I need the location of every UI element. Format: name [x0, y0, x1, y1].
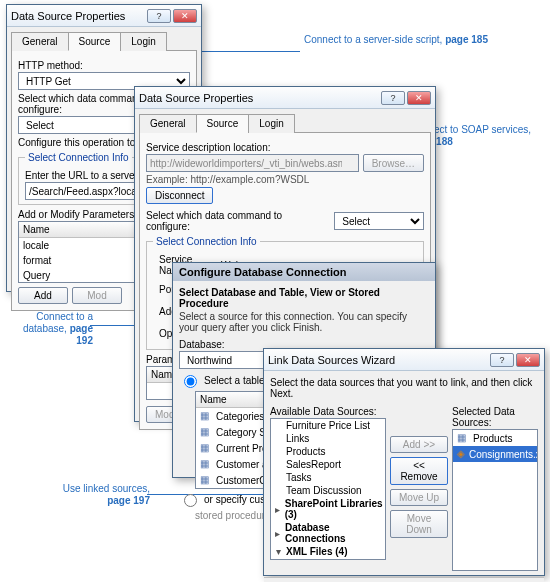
annotation-server-side: Connect to a server-side script, page 18…	[304, 33, 488, 45]
browse-button: Browse…	[363, 154, 424, 172]
tree-item[interactable]: Tasks	[271, 471, 385, 484]
radio-custom[interactable]	[184, 494, 197, 507]
tree-group[interactable]: ▾XML Files (4)	[271, 545, 385, 558]
http-method-label: HTTP method:	[18, 60, 190, 71]
annotation-database: Connect to a database, page 192	[13, 310, 93, 346]
add-button[interactable]: Add	[18, 287, 68, 304]
selected-item[interactable]: Products	[453, 430, 537, 446]
add-button: Add >>	[390, 436, 448, 453]
tree-item[interactable]: Team Discussion	[271, 484, 385, 497]
svc-loc-input	[146, 154, 359, 172]
tab-login[interactable]: Login	[248, 114, 294, 133]
tree-item[interactable]: SalesReport	[271, 458, 385, 471]
close-button[interactable]: ✕	[173, 9, 197, 23]
help-button[interactable]: ?	[490, 353, 514, 367]
help-button[interactable]: ?	[147, 9, 171, 23]
tree-group[interactable]: ▸Database Connections	[271, 521, 385, 545]
subtext: Select a source for this connection. You…	[179, 311, 429, 333]
tab-source[interactable]: Source	[196, 114, 250, 133]
svc-loc-label: Service description location:	[146, 142, 424, 153]
conn-title: Select Connection Info	[153, 236, 260, 247]
help-button[interactable]: ?	[381, 91, 405, 105]
table-icon	[200, 474, 212, 486]
tab-login[interactable]: Login	[120, 32, 166, 51]
tree-item[interactable]: Links	[271, 432, 385, 445]
titlebar-title: Data Source Properties	[11, 10, 145, 22]
annotation-linked: Use linked sources, page 197	[50, 482, 150, 506]
table-icon	[200, 410, 212, 422]
radio-table[interactable]	[184, 375, 197, 388]
tree-group[interactable]: ▸SharePoint Libraries (3)	[271, 497, 385, 521]
tab-source[interactable]: Source	[68, 32, 122, 51]
list-icon	[457, 432, 469, 444]
cmd-label: Select which data command to configure:	[146, 210, 328, 232]
example-text: Example: http://example.com?WSDL	[146, 174, 424, 185]
xml-icon	[285, 559, 297, 560]
conn-title: Select Connection Info	[25, 152, 132, 163]
titlebar-title: Data Source Properties	[139, 92, 379, 104]
tree-item[interactable]: AdRotator.xml	[271, 558, 385, 560]
modify-button: Mod	[72, 287, 122, 304]
table-icon	[200, 458, 212, 470]
table-icon	[200, 442, 212, 454]
dialog-title: Configure Database Connection	[173, 263, 435, 281]
move-up-button: Move Up	[390, 489, 448, 506]
close-button[interactable]: ✕	[516, 353, 540, 367]
instructions: Select the data sources that you want to…	[270, 377, 538, 399]
cmd-select[interactable]: Select	[334, 212, 424, 230]
titlebar-title: Link Data Sources Wizard	[268, 354, 488, 366]
tree-item[interactable]: Products	[271, 445, 385, 458]
disconnect-button[interactable]: Disconnect	[146, 187, 213, 204]
close-button[interactable]: ✕	[407, 91, 431, 105]
tab-general[interactable]: General	[139, 114, 197, 133]
selected-item[interactable]: Consignments.xml	[453, 446, 537, 462]
heading: Select Database and Table, View or Store…	[179, 287, 429, 309]
move-down-button: Move Down	[390, 510, 448, 538]
table-icon	[200, 426, 212, 438]
tree-item[interactable]: Furniture Price List	[271, 419, 385, 432]
remove-button[interactable]: << Remove	[390, 457, 448, 485]
dialog-link-data-sources: Link Data Sources Wizard ? ✕ Select the …	[263, 348, 545, 576]
xml-icon	[457, 448, 465, 460]
available-label: Available Data Sources:	[270, 406, 386, 417]
selected-label: Selected Data Sources:	[452, 406, 538, 428]
tab-general[interactable]: General	[11, 32, 69, 51]
